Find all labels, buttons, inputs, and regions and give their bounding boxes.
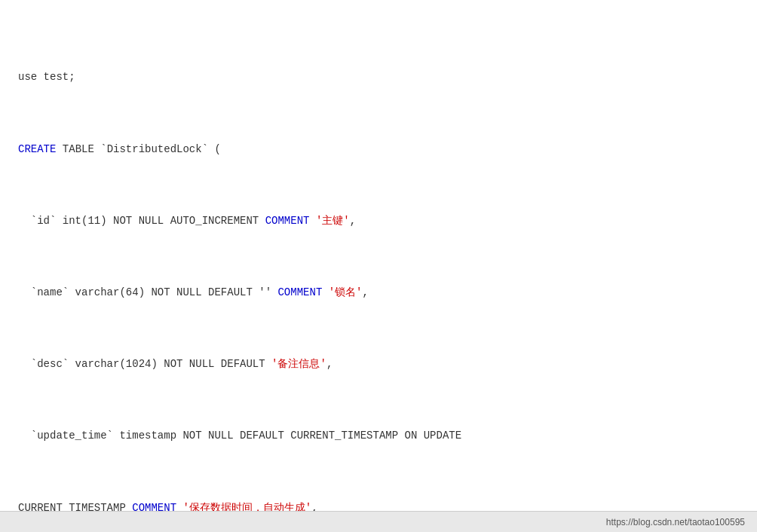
code-line-6: `update_time` timestamp NOT NULL DEFAULT… <box>18 427 739 445</box>
code-line-3: `id` int(11) NOT NULL AUTO_INCREMENT COM… <box>18 212 739 231</box>
code-line-7: CURRENT_TIMESTAMP COMMENT '保存数据时间，自动生成', <box>18 500 739 511</box>
code-line-1: use test; <box>18 69 739 87</box>
code-block: use test; CREATE TABLE `DistributedLock`… <box>18 15 739 511</box>
code-container: use test; CREATE TABLE `DistributedLock`… <box>0 0 757 511</box>
footer-bar: https://blog.csdn.net/taotao100595 <box>0 511 757 532</box>
footer-url: https://blog.csdn.net/taotao100595 <box>606 517 745 527</box>
code-line-2: CREATE TABLE `DistributedLock` ( <box>18 141 739 159</box>
code-line-4: `name` varchar(64) NOT NULL DEFAULT '' C… <box>18 284 739 302</box>
code-line-5: `desc` varchar(1024) NOT NULL DEFAULT '备… <box>18 356 739 374</box>
